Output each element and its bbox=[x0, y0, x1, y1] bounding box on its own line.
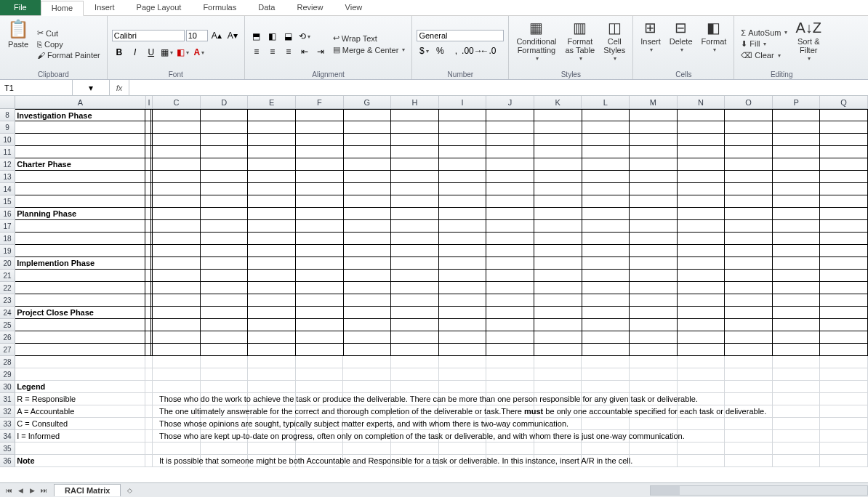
cell[interactable] bbox=[296, 331, 344, 344]
cell[interactable] bbox=[820, 319, 868, 331]
cell[interactable] bbox=[201, 443, 249, 455]
cell[interactable] bbox=[630, 158, 678, 171]
cell[interactable] bbox=[582, 270, 630, 282]
cell[interactable] bbox=[630, 331, 678, 344]
font-color-button[interactable]: A bbox=[192, 45, 206, 60]
cell[interactable] bbox=[439, 220, 487, 233]
cell[interactable] bbox=[534, 171, 582, 183]
cell[interactable] bbox=[678, 418, 726, 430]
cell[interactable] bbox=[678, 270, 726, 282]
cell[interactable]: Planning Phase bbox=[15, 208, 145, 220]
cell[interactable] bbox=[630, 109, 678, 121]
cell[interactable] bbox=[344, 220, 392, 233]
cell[interactable] bbox=[725, 245, 773, 257]
cell[interactable] bbox=[582, 233, 630, 245]
cell[interactable] bbox=[153, 183, 201, 195]
cell[interactable] bbox=[820, 282, 868, 294]
align-center-button[interactable]: ≡ bbox=[265, 44, 280, 59]
cell[interactable] bbox=[145, 294, 153, 307]
cell[interactable] bbox=[439, 331, 487, 344]
cell[interactable] bbox=[534, 270, 582, 282]
cell[interactable] bbox=[153, 368, 201, 381]
cell[interactable] bbox=[773, 319, 821, 331]
cell[interactable]: Charter Phase bbox=[15, 158, 145, 171]
row-header[interactable]: 29 bbox=[0, 368, 15, 381]
cell[interactable] bbox=[820, 294, 868, 307]
cell[interactable] bbox=[296, 220, 344, 233]
cell[interactable] bbox=[725, 233, 773, 245]
cell[interactable] bbox=[725, 393, 773, 405]
cell[interactable] bbox=[248, 294, 296, 307]
cell[interactable] bbox=[630, 282, 678, 294]
cell[interactable] bbox=[725, 331, 773, 344]
cell[interactable] bbox=[582, 331, 630, 344]
number-format-select[interactable] bbox=[417, 30, 504, 41]
cell[interactable] bbox=[582, 109, 630, 121]
tab-home[interactable]: Home bbox=[41, 1, 84, 16]
cell[interactable] bbox=[486, 146, 534, 158]
cell[interactable] bbox=[153, 307, 201, 319]
cell[interactable] bbox=[15, 195, 145, 208]
cell[interactable] bbox=[820, 455, 868, 467]
cell[interactable] bbox=[391, 146, 439, 158]
cell[interactable] bbox=[344, 195, 392, 208]
sheet-tab-raci[interactable]: RACI Matrix bbox=[54, 484, 121, 496]
row-header[interactable]: 30 bbox=[0, 381, 15, 393]
cell[interactable] bbox=[486, 344, 534, 356]
cell[interactable] bbox=[296, 146, 344, 158]
cell[interactable] bbox=[486, 208, 534, 220]
cell[interactable] bbox=[439, 183, 487, 195]
cell[interactable] bbox=[439, 344, 487, 356]
cell[interactable] bbox=[486, 307, 534, 319]
cell[interactable] bbox=[15, 319, 145, 331]
cell[interactable] bbox=[391, 245, 439, 257]
cell[interactable] bbox=[248, 245, 296, 257]
cell[interactable] bbox=[145, 270, 153, 282]
cell[interactable] bbox=[201, 356, 249, 368]
cell[interactable] bbox=[145, 282, 153, 294]
cell[interactable] bbox=[820, 208, 868, 220]
cell[interactable] bbox=[153, 121, 201, 134]
cell[interactable] bbox=[678, 368, 726, 381]
cell[interactable] bbox=[344, 307, 392, 319]
cell[interactable] bbox=[248, 208, 296, 220]
cell[interactable] bbox=[201, 109, 249, 121]
orientation-button[interactable]: ⟲ bbox=[297, 29, 312, 44]
cell[interactable] bbox=[145, 208, 153, 220]
cell[interactable] bbox=[773, 282, 821, 294]
cell[interactable] bbox=[820, 171, 868, 183]
cell[interactable] bbox=[773, 134, 821, 146]
cell[interactable] bbox=[145, 405, 153, 418]
sheet-nav-next[interactable]: ▶ bbox=[26, 485, 38, 496]
cell[interactable] bbox=[725, 381, 773, 393]
cell[interactable] bbox=[820, 356, 868, 368]
row-header[interactable]: 33 bbox=[0, 418, 15, 430]
cell[interactable] bbox=[678, 195, 726, 208]
cell[interactable] bbox=[439, 270, 487, 282]
cell[interactable] bbox=[145, 418, 153, 430]
cell[interactable] bbox=[582, 368, 630, 381]
cell[interactable] bbox=[391, 331, 439, 344]
decrease-indent-button[interactable]: ⇤ bbox=[297, 44, 312, 59]
cell[interactable] bbox=[296, 158, 344, 171]
cell[interactable] bbox=[201, 344, 249, 356]
align-bottom-button[interactable]: ⬓ bbox=[281, 29, 296, 44]
cell[interactable] bbox=[145, 257, 153, 270]
col-header[interactable]: O bbox=[725, 96, 773, 108]
cell[interactable] bbox=[248, 307, 296, 319]
cell[interactable] bbox=[678, 381, 726, 393]
font-size-select[interactable] bbox=[186, 30, 208, 41]
cell[interactable] bbox=[391, 121, 439, 134]
cell[interactable] bbox=[391, 171, 439, 183]
col-header[interactable]: Q bbox=[820, 96, 868, 108]
cell[interactable] bbox=[153, 344, 201, 356]
align-left-button[interactable]: ≡ bbox=[249, 44, 264, 59]
increase-font-button[interactable]: A▴ bbox=[209, 28, 224, 43]
decrease-decimal-button[interactable]: ←.0 bbox=[481, 44, 495, 58]
cell[interactable] bbox=[486, 443, 534, 455]
cell[interactable] bbox=[820, 121, 868, 134]
cell[interactable] bbox=[344, 233, 392, 245]
cell[interactable]: Legend bbox=[15, 381, 145, 393]
cut-button[interactable]: ✂Cut bbox=[35, 28, 103, 39]
cell[interactable] bbox=[534, 158, 582, 171]
